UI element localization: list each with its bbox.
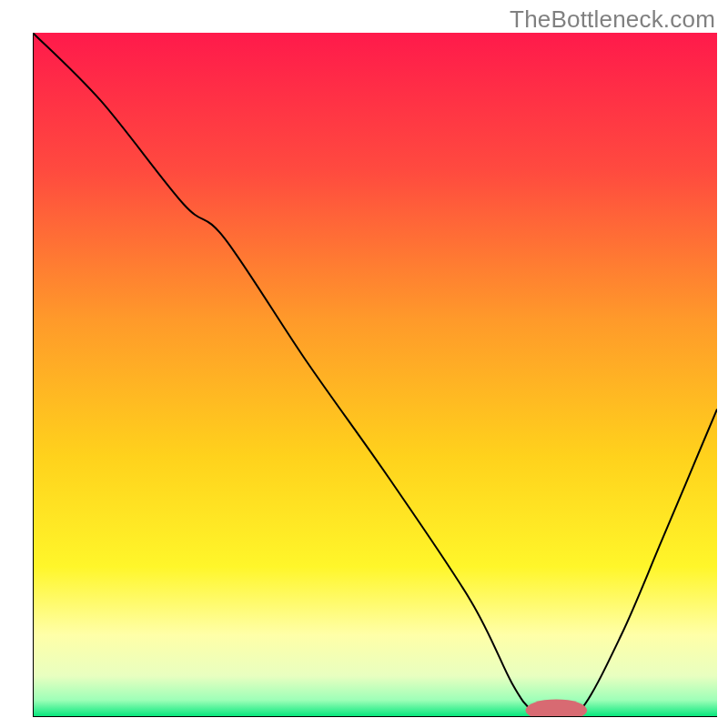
plot-area [33, 33, 717, 717]
gradient-background [33, 33, 717, 717]
chart-svg [33, 33, 717, 717]
watermark-text: TheBottleneck.com [510, 5, 715, 34]
chart-viewport: TheBottleneck.com [0, 0, 728, 728]
